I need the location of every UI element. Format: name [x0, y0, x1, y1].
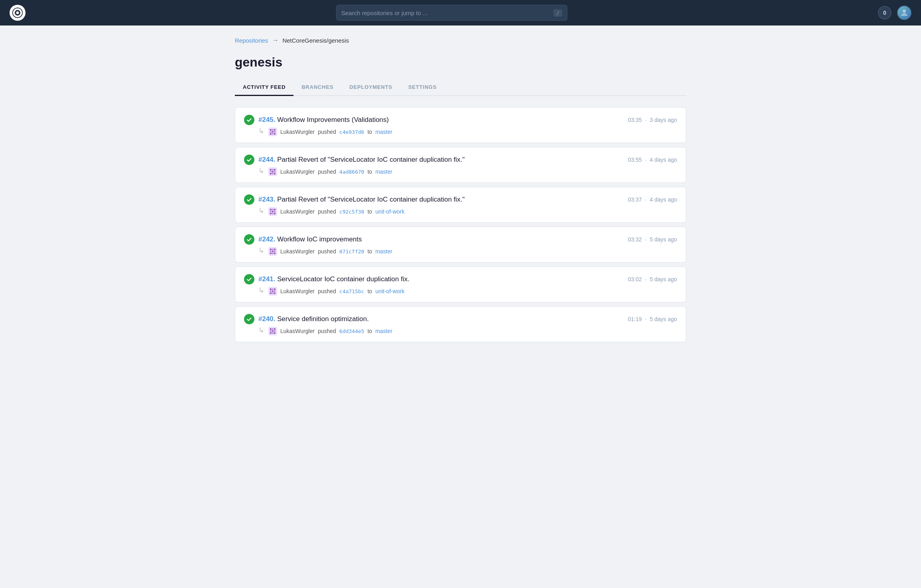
commit-hash-link[interactable]: c92c5f38 [339, 209, 364, 215]
svg-rect-40 [274, 251, 276, 252]
search-wrapper: Search repositories or jump to ... / [32, 5, 872, 21]
to-label: to [368, 288, 372, 294]
tab-settings[interactable]: SETTINGS [400, 79, 445, 96]
activity-title[interactable]: #243. Partial Revert of "ServiceLocator … [258, 196, 465, 204]
search-kbd-hint: / [553, 9, 562, 17]
activity-title-row: #244. Partial Revert of "ServiceLocator … [244, 155, 465, 165]
pr-number: #243. [258, 196, 276, 203]
branch-link[interactable]: master [375, 129, 392, 135]
commit-hash-link[interactable]: 071cff20 [339, 249, 364, 255]
activity-title[interactable]: #244. Partial Revert of "ServiceLocator … [258, 156, 465, 164]
activity-title[interactable]: #240. Service definition optimization. [258, 315, 369, 323]
check-icon [244, 115, 254, 125]
user-avatar-icon [268, 127, 277, 136]
svg-rect-41 [270, 253, 272, 254]
commit-hash-link[interactable]: 6dd344e5 [339, 328, 364, 334]
svg-rect-58 [270, 330, 272, 332]
activity-time: 03:37 · 4 days ago [628, 196, 677, 203]
svg-rect-43 [274, 253, 276, 254]
svg-point-2 [16, 12, 19, 14]
svg-rect-62 [272, 332, 274, 334]
svg-rect-5 [270, 129, 272, 131]
activity-time: 03:35 · 3 days ago [628, 117, 677, 123]
activity-title[interactable]: #241. ServiceLocator IoC container dupli… [258, 275, 409, 283]
user-avatar-icon [268, 207, 277, 216]
branch-link[interactable]: master [375, 328, 392, 334]
svg-rect-31 [270, 213, 272, 214]
activity-item: #243. Partial Revert of "ServiceLocator … [235, 187, 686, 223]
tab-deployments[interactable]: DEPLOYMENTS [341, 79, 400, 96]
to-label: to [368, 328, 372, 334]
svg-rect-49 [272, 290, 274, 292]
commit-hash-link[interactable]: c4e937d6 [339, 129, 364, 135]
svg-rect-20 [274, 171, 276, 172]
activity-title-row: #242. Workflow IoC improvements [244, 234, 362, 245]
branch-link[interactable]: master [375, 169, 392, 175]
activity-title[interactable]: #242. Workflow IoC improvements [258, 235, 362, 243]
logo[interactable] [10, 5, 26, 21]
activity-item: #244. Partial Revert of "ServiceLocator … [235, 147, 686, 183]
pr-number: #242. [258, 235, 276, 243]
svg-rect-59 [272, 330, 274, 332]
svg-rect-39 [272, 251, 274, 252]
user-avatar[interactable] [897, 6, 911, 20]
svg-rect-36 [272, 249, 274, 250]
activity-title[interactable]: #245. Workflow Improvements (Validations… [258, 116, 389, 124]
activity-item: #240. Service definition optimization. 0… [235, 306, 686, 342]
activity-item-header: #245. Workflow Improvements (Validations… [244, 115, 677, 125]
search-bar[interactable]: Search repositories or jump to ... / [336, 5, 567, 21]
activity-meta: ↳ LukasWurgler pushed c92c5f38 to unit-o… [258, 207, 677, 216]
push-action: pushed [318, 328, 336, 334]
user-avatar-icon [268, 167, 277, 176]
activity-item-header: #243. Partial Revert of "ServiceLocator … [244, 194, 677, 205]
breadcrumb-repositories-link[interactable]: Repositories [235, 37, 268, 44]
svg-rect-21 [270, 173, 272, 174]
svg-rect-9 [272, 131, 274, 133]
svg-rect-42 [272, 253, 274, 254]
check-icon [244, 234, 254, 245]
svg-rect-11 [270, 133, 272, 135]
activity-item-header: #244. Partial Revert of "ServiceLocator … [244, 155, 677, 165]
svg-rect-15 [270, 169, 272, 171]
svg-rect-35 [270, 249, 272, 250]
branch-link[interactable]: unit-of-work [375, 288, 404, 294]
dot-separator: · [644, 157, 648, 163]
svg-rect-17 [274, 169, 276, 171]
connector-line: ↳ [258, 167, 264, 175]
svg-rect-12 [272, 133, 274, 135]
connector-line: ↳ [258, 286, 264, 295]
check-icon [244, 155, 254, 165]
svg-rect-23 [274, 173, 276, 174]
svg-rect-8 [270, 131, 272, 133]
activity-meta: ↳ LukasWurgler pushed c4a715bc to unit-o… [258, 287, 677, 296]
activity-time: 01:19 · 5 days ago [628, 316, 677, 322]
check-icon [244, 194, 254, 205]
branch-link[interactable]: unit-of-work [375, 208, 404, 215]
svg-rect-38 [270, 251, 272, 252]
commit-hash-link[interactable]: c4a715bc [339, 288, 364, 294]
branch-link[interactable]: master [375, 248, 392, 255]
activity-item: #242. Workflow IoC improvements 03:32 · … [235, 227, 686, 263]
notification-badge[interactable]: 0 [878, 6, 891, 20]
activity-title-row: #245. Workflow Improvements (Validations… [244, 115, 389, 125]
to-label: to [368, 248, 372, 255]
push-action: pushed [318, 288, 336, 294]
commit-hash-link[interactable]: 4ad86670 [339, 169, 364, 175]
svg-rect-10 [274, 131, 276, 133]
svg-rect-26 [272, 209, 274, 210]
main-content: Repositories → NetCoreGenesis/genesis ge… [225, 25, 696, 353]
svg-rect-57 [274, 328, 276, 330]
check-icon [244, 274, 254, 284]
pr-number: #240. [258, 315, 276, 323]
search-placeholder: Search repositories or jump to ... [341, 10, 550, 16]
tab-branches[interactable]: BRANCHES [293, 79, 341, 96]
activity-meta: ↳ LukasWurgler pushed 6dd344e5 to master [258, 327, 677, 335]
dot-separator: · [644, 276, 648, 282]
tab-activity-feed[interactable]: ACTIVITY FEED [235, 79, 293, 96]
breadcrumb-current: NetCoreGenesis/genesis [282, 37, 349, 44]
svg-rect-18 [270, 171, 272, 172]
user-name: LukasWurgler [280, 129, 315, 135]
user-name: LukasWurgler [280, 248, 315, 255]
activity-item-header: #241. ServiceLocator IoC container dupli… [244, 274, 677, 284]
activity-title-row: #243. Partial Revert of "ServiceLocator … [244, 194, 465, 205]
